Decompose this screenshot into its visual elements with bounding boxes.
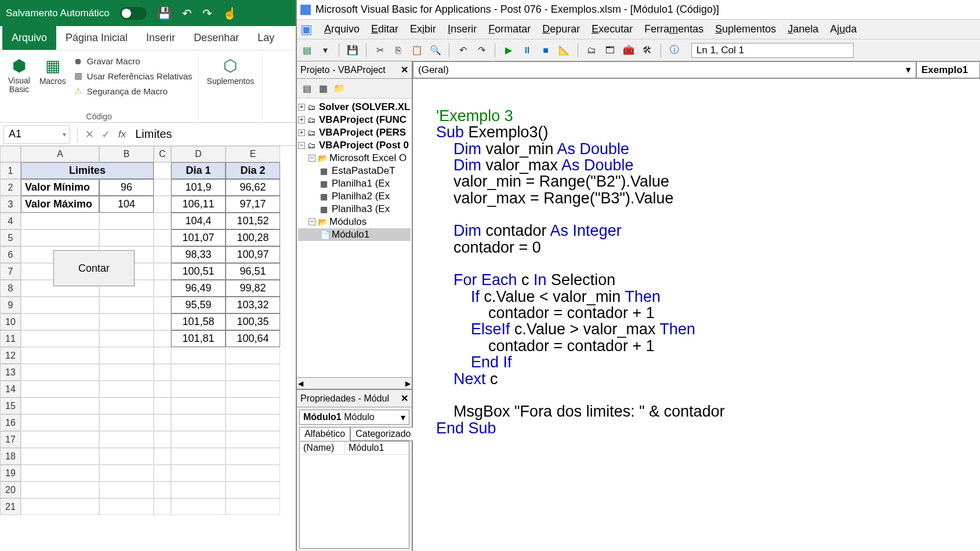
cell-C18[interactable] (154, 448, 171, 465)
find-icon[interactable]: 🔍 (429, 44, 442, 57)
cell-C2[interactable] (154, 179, 171, 196)
cell-D15[interactable] (171, 397, 226, 414)
contar-button[interactable]: Contar (53, 250, 135, 286)
cell-E19[interactable] (226, 465, 280, 481)
cell-D8[interactable]: 96,49 (171, 280, 226, 297)
cell-E8[interactable]: 99,82 (226, 280, 280, 297)
cell-C3[interactable] (154, 196, 171, 213)
cell-B11[interactable] (99, 330, 154, 347)
cell-D18[interactable] (171, 448, 226, 465)
undo-icon[interactable]: ↶ (456, 44, 469, 57)
object-dropdown[interactable]: (Geral)▾ (413, 61, 916, 78)
view-object-icon[interactable]: ▦ (317, 82, 329, 95)
save-icon[interactable]: 💾 (346, 44, 359, 57)
close-icon[interactable]: ✕ (401, 393, 408, 404)
col-header-E[interactable]: E (226, 146, 280, 162)
cell-E18[interactable] (226, 448, 280, 465)
row-header[interactable]: 14 (0, 381, 21, 397)
row-header[interactable]: 10 (0, 313, 21, 330)
tree-func[interactable]: VBAProject (FUNC (319, 114, 406, 126)
view-excel-icon[interactable]: ▤ (300, 44, 313, 57)
properties-object-combo[interactable]: Módulo1 Módulo▾ (299, 410, 409, 425)
cell-A4[interactable] (21, 213, 99, 229)
cell-C1[interactable] (154, 162, 171, 179)
cell-E3[interactable]: 97,17 (226, 196, 280, 213)
row-header[interactable]: 9 (0, 297, 21, 313)
menu-executar[interactable]: Executar (591, 23, 633, 35)
cell-E16[interactable] (226, 414, 280, 431)
row-header[interactable]: 20 (0, 481, 21, 498)
select-all-button[interactable] (0, 146, 21, 162)
col-header-A[interactable]: A (21, 146, 99, 162)
macro-security-button[interactable]: ⚠Segurança de Macro (73, 85, 193, 97)
cell-E5[interactable]: 100,28 (226, 229, 280, 246)
project-explorer-icon[interactable]: 🗂 (585, 44, 598, 57)
cell-E11[interactable]: 100,64 (226, 330, 280, 347)
cell-A18[interactable] (21, 448, 99, 465)
row-header[interactable]: 19 (0, 465, 21, 481)
properties-grid[interactable]: (Name) Módulo1 (299, 441, 409, 549)
cell-A19[interactable] (21, 465, 99, 481)
cell-C10[interactable] (154, 313, 171, 330)
project-tree[interactable]: +🗂Solver (SOLVER.XL +🗂VBAProject (FUNC +… (297, 98, 412, 377)
excel-switch-icon[interactable]: ▣ (300, 22, 313, 37)
menu-depurar[interactable]: Depurar (542, 23, 580, 35)
menu-editar[interactable]: Editar (371, 23, 398, 35)
menu-janela[interactable]: Janela (787, 23, 818, 35)
menu-exibir[interactable]: Exibir (410, 23, 436, 35)
tree-solver[interactable]: Solver (SOLVER.XL (319, 101, 410, 113)
cell-E2[interactable]: 96,62 (226, 179, 280, 196)
procedure-dropdown[interactable]: Exemplo1 (916, 61, 980, 78)
cell-D11[interactable]: 101,81 (171, 330, 226, 347)
tree-modules[interactable]: Módulos (329, 216, 366, 228)
view-code-icon[interactable]: ▤ (300, 82, 313, 95)
tab-alphabetic[interactable]: Alfabético (299, 427, 350, 441)
cell-D4[interactable]: 104,4 (171, 213, 226, 229)
cut-icon[interactable]: ✂ (373, 44, 386, 57)
cell-A2[interactable]: Valor Mínimo (21, 179, 99, 196)
accept-formula-icon[interactable]: ✓ (97, 128, 114, 141)
row-header[interactable]: 11 (0, 330, 21, 347)
toolbox-icon[interactable]: 🛠 (641, 44, 654, 57)
row-header[interactable]: 6 (0, 246, 21, 263)
tree-excel-objects[interactable]: Microsoft Excel O (329, 152, 406, 164)
tab-draw[interactable]: Desenhar (184, 26, 248, 50)
row-header[interactable]: 7 (0, 263, 21, 280)
stop-icon[interactable]: ■ (539, 44, 552, 57)
row-header[interactable]: 18 (0, 448, 21, 465)
row-header[interactable]: 13 (0, 364, 21, 381)
cell-B21[interactable] (99, 498, 154, 515)
tab-home[interactable]: Página Inicial (56, 26, 137, 50)
cell-B2[interactable]: 96 (99, 179, 154, 196)
cell-B20[interactable] (99, 481, 154, 498)
help-icon[interactable]: ⓘ (668, 44, 681, 57)
cell-E7[interactable]: 96,51 (226, 263, 280, 280)
cell-A3[interactable]: Valor Máximo (21, 196, 99, 213)
cell-C5[interactable] (154, 229, 171, 246)
cell-B10[interactable] (99, 313, 154, 330)
visual-basic-button[interactable]: ⬢ VisualBasic (6, 54, 32, 97)
redo-icon[interactable]: ↷ (202, 6, 212, 20)
cell-D5[interactable]: 101,07 (171, 229, 226, 246)
cell-C21[interactable] (154, 498, 171, 515)
cell-C8[interactable] (154, 280, 171, 297)
cell-D21[interactable] (171, 498, 226, 515)
col-header-C[interactable]: C (154, 146, 171, 162)
cell-E21[interactable] (226, 498, 280, 515)
tree-module1[interactable]: Módulo1 (332, 229, 369, 240)
cell-D17[interactable] (171, 431, 226, 448)
row-header[interactable]: 2 (0, 179, 21, 196)
tree-hscroll[interactable]: ◀▶ (297, 377, 412, 389)
cell-E10[interactable]: 100,35 (226, 313, 280, 330)
row-header[interactable]: 8 (0, 280, 21, 297)
cell-A12[interactable] (21, 347, 99, 364)
cell-D20[interactable] (171, 481, 226, 498)
cell-E12[interactable] (226, 347, 280, 364)
cell-A13[interactable] (21, 364, 99, 381)
cell-A21[interactable] (21, 498, 99, 515)
cell-A15[interactable] (21, 397, 99, 414)
cell-C17[interactable] (154, 431, 171, 448)
cell-A14[interactable] (21, 381, 99, 397)
prop-name-value[interactable]: Módulo1 (345, 441, 387, 454)
tree-pers[interactable]: VBAProject (PERS (319, 127, 406, 138)
